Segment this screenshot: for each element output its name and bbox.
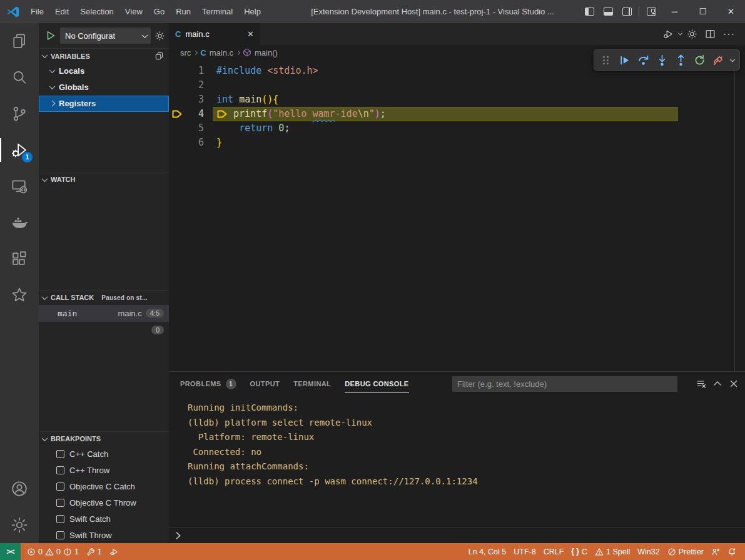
debug-console-input[interactable] bbox=[169, 527, 745, 543]
breakpoint-objective-c-throw[interactable]: Objective C Throw bbox=[39, 494, 169, 511]
line-content: int main(){ bbox=[216, 92, 278, 107]
activity-settings[interactable] bbox=[0, 507, 39, 543]
restart-icon[interactable] bbox=[691, 51, 708, 69]
status-encoding[interactable]: UTF-8 bbox=[510, 543, 539, 560]
status-problems[interactable]: 001 bbox=[23, 543, 83, 560]
maximize-panel-icon[interactable] bbox=[712, 379, 722, 389]
remote-indicator[interactable]: >< bbox=[0, 543, 21, 560]
collapse-all-icon[interactable] bbox=[155, 51, 164, 61]
checkbox-unchecked[interactable] bbox=[56, 450, 64, 458]
panel-tab-problems[interactable]: PROBLEMS1 bbox=[180, 372, 236, 396]
status-cursor-position[interactable]: Ln 4, Col 5 bbox=[465, 543, 510, 560]
variables-item-registers[interactable]: Registers bbox=[39, 96, 169, 112]
tab-main-c[interactable]: C main.c ✕ bbox=[169, 23, 260, 45]
section-header-variables[interactable]: VARIABLES bbox=[39, 48, 169, 63]
activity-accounts[interactable] bbox=[0, 471, 39, 507]
activity-run-and-debug[interactable]: 1 bbox=[0, 132, 39, 168]
minimize-icon[interactable]: ─ bbox=[661, 0, 689, 23]
activity-extensions[interactable] bbox=[0, 241, 39, 277]
section-header-watch[interactable]: WATCH bbox=[39, 172, 169, 187]
code-line-4[interactable]: 4printf("hello wamr-ide\n"); bbox=[169, 107, 745, 121]
status-platform[interactable]: Win32 bbox=[634, 543, 663, 560]
menu-help[interactable]: Help bbox=[238, 4, 266, 20]
breakpoint-swift-catch[interactable]: Swift Catch bbox=[39, 511, 169, 527]
status-notifications[interactable] bbox=[724, 543, 740, 560]
chevron-down-icon[interactable] bbox=[678, 31, 682, 36]
variables-item-locals[interactable]: Locals bbox=[39, 63, 169, 79]
menu-edit[interactable]: Edit bbox=[49, 4, 74, 20]
code-line-5[interactable]: 5 return 0; bbox=[169, 121, 745, 136]
close-panel-icon[interactable] bbox=[729, 379, 739, 389]
split-editor-icon[interactable] bbox=[702, 23, 718, 45]
run-or-debug-icon[interactable] bbox=[661, 23, 676, 45]
activity-search[interactable] bbox=[0, 59, 39, 96]
section-header-call-stack[interactable]: CALL STACKPaused on st... bbox=[39, 290, 169, 305]
variables-item-globals[interactable]: Globals bbox=[39, 79, 169, 96]
breadcrumb-folder[interactable]: src bbox=[180, 48, 191, 58]
activity-source-control[interactable] bbox=[0, 96, 39, 132]
breakpoint-c-catch[interactable]: C++ Catch bbox=[39, 446, 169, 462]
activity-remote-explorer[interactable] bbox=[0, 168, 39, 204]
activity-favorites[interactable] bbox=[0, 277, 39, 313]
code-line-3[interactable]: 3int main(){ bbox=[169, 92, 745, 107]
debug-console-output[interactable]: Running initCommands:(lldb) platform sel… bbox=[169, 396, 745, 527]
start-debug-icon[interactable] bbox=[45, 30, 56, 41]
menu-go[interactable]: Go bbox=[148, 4, 170, 20]
breakpoint-swift-throw[interactable]: Swift Throw bbox=[39, 527, 169, 543]
activity-explorer[interactable] bbox=[0, 23, 39, 59]
breakpoint-objective-c-catch[interactable]: Objective C Catch bbox=[39, 478, 169, 494]
status-eol[interactable]: CRLF bbox=[540, 543, 568, 560]
disconnect-icon[interactable] bbox=[709, 51, 727, 69]
console-filter-input[interactable] bbox=[452, 376, 677, 392]
clear-console-icon[interactable] bbox=[696, 379, 706, 389]
status-spell-checker[interactable]: 1 Spell bbox=[591, 543, 634, 560]
step-over-icon[interactable] bbox=[634, 51, 652, 69]
gutter-glyph bbox=[169, 92, 185, 107]
chevron-down-icon[interactable] bbox=[728, 51, 737, 69]
variables-item-label: Globals bbox=[59, 82, 89, 92]
continue-icon[interactable] bbox=[616, 51, 633, 69]
panel-tab-output[interactable]: OUTPUT bbox=[250, 372, 280, 396]
layout-panel-icon[interactable] bbox=[599, 0, 617, 23]
menu-selection[interactable]: Selection bbox=[74, 4, 119, 20]
status-feedback[interactable] bbox=[707, 543, 724, 560]
status-tasks[interactable]: 1 bbox=[83, 543, 106, 560]
code-line-2[interactable]: 2 bbox=[169, 78, 745, 92]
layout-secondary-sidebar-icon[interactable] bbox=[617, 0, 636, 23]
debug-configuration-dropdown[interactable]: No Configurat bbox=[60, 28, 151, 44]
checkbox-unchecked[interactable] bbox=[56, 515, 64, 523]
callstack-frame[interactable]: mainmain.c4:5 bbox=[39, 305, 169, 322]
close-icon[interactable]: ✕ bbox=[717, 0, 745, 23]
step-into-icon[interactable] bbox=[653, 51, 671, 69]
checkbox-unchecked[interactable] bbox=[56, 531, 64, 539]
panel-tab-terminal[interactable]: TERMINAL bbox=[293, 372, 331, 396]
breakpoint-c-throw[interactable]: C++ Throw bbox=[39, 462, 169, 478]
step-out-icon[interactable] bbox=[672, 51, 689, 69]
checkbox-unchecked[interactable] bbox=[56, 499, 64, 507]
menu-terminal[interactable]: Terminal bbox=[196, 4, 238, 20]
tab-close-icon[interactable]: ✕ bbox=[247, 29, 254, 39]
status-debug-console[interactable] bbox=[106, 543, 122, 560]
panel-header: PROBLEMS1OUTPUTTERMINALDEBUG CONSOLE bbox=[169, 372, 745, 396]
grip-icon[interactable] bbox=[597, 51, 614, 69]
checkbox-unchecked[interactable] bbox=[56, 466, 64, 474]
checkbox-unchecked[interactable] bbox=[56, 482, 64, 491]
code-editor[interactable]: 1#include <stdio.h>23int main(){4printf(… bbox=[169, 60, 745, 371]
breadcrumb-file[interactable]: main.c bbox=[210, 48, 233, 58]
menu-view[interactable]: View bbox=[119, 4, 148, 20]
status-language-mode[interactable]: { }C bbox=[567, 543, 591, 560]
layout-sidebar-icon[interactable] bbox=[580, 0, 599, 23]
panel-tab-debug-console[interactable]: DEBUG CONSOLE bbox=[345, 372, 408, 396]
customize-layout-icon[interactable] bbox=[642, 0, 661, 23]
menu-file[interactable]: File bbox=[25, 4, 49, 20]
menu-run[interactable]: Run bbox=[170, 4, 196, 20]
activity-docker[interactable] bbox=[0, 204, 39, 241]
debug-settings-gear-icon[interactable] bbox=[155, 31, 165, 41]
section-header-breakpoints[interactable]: BREAKPOINTS bbox=[39, 431, 169, 446]
more-actions-icon[interactable]: ··· bbox=[721, 23, 737, 45]
status-formatter[interactable]: Prettier bbox=[664, 543, 707, 560]
maximize-icon[interactable]: ☐ bbox=[689, 0, 717, 23]
settings-gear-icon[interactable] bbox=[684, 23, 700, 45]
code-line-6[interactable]: 6} bbox=[169, 136, 745, 150]
breadcrumb-symbol[interactable]: main() bbox=[255, 48, 278, 58]
